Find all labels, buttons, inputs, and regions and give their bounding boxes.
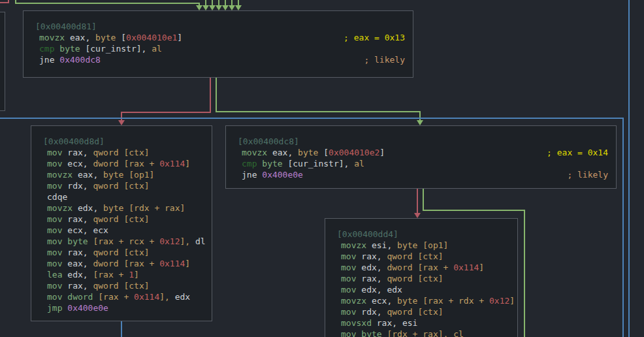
asm-line[interactable]: movzx eax, byte [0x004010e1]; eax = 0x13 <box>24 32 413 43</box>
asm-instruction: jne 0x400e0e <box>242 169 303 180</box>
asm-line[interactable]: mov byte [rax + rcx + 0x12], dl <box>31 236 212 247</box>
asm-line[interactable]: mov eax, dword [rax + 0x114] <box>31 258 212 269</box>
edge-false-0x400d81-to-0x400d8d <box>121 78 210 121</box>
asm-instruction: cdqe <box>47 191 67 202</box>
asm-instruction: mov edx, dword [rax + 0x114] <box>341 262 484 273</box>
asm-line[interactable]: mov edx, dword [rax + 0x114] <box>325 262 517 273</box>
edge-incoming-top-2-arrowhead <box>202 5 209 10</box>
edge-incoming-top-4-arrowhead <box>216 5 222 10</box>
asm-instruction: movzx edx, byte [rdx + rax] <box>47 202 185 214</box>
asm-line[interactable]: mov rax, qword [ctx] <box>31 147 212 158</box>
asm-line[interactable]: cmp byte [cur_instr], al <box>226 158 616 169</box>
asm-line[interactable]: jne 0x400dc8; likely <box>24 54 413 65</box>
asm-instruction: movzx eax, byte [0x004010e2] <box>242 147 385 158</box>
basic-block-0x00400dc8[interactable]: [0x00400dc8]movzx eax, byte [0x004010e2]… <box>225 125 617 189</box>
basic-block-0x00400d81[interactable]: [0x00400d81]movzx eax, byte [0x004010e1]… <box>23 10 413 78</box>
asm-instruction: mov rax, qword [ctx] <box>47 280 150 291</box>
asm-instruction: movsxd rax, esi <box>341 317 417 329</box>
asm-comment: ; eax = 0x13 <box>344 32 405 43</box>
asm-instruction: mov rax, qword [ctx] <box>47 247 150 258</box>
asm-line[interactable]: mov rax, qword [ctx] <box>325 273 517 284</box>
block-address-label: [0x00400dd4] <box>325 229 517 240</box>
asm-instruction: mov ecx, dword [rax + 0x114] <box>47 158 190 169</box>
asm-instruction: jne 0x400dc8 <box>39 54 101 65</box>
asm-instruction: mov rax, qword [ctx] <box>341 251 443 262</box>
block-address-label: [0x00400d81] <box>24 21 413 32</box>
asm-instruction: mov edx, edx <box>341 284 402 295</box>
edge-incoming-green-long <box>16 0 199 6</box>
asm-line[interactable]: movzx eax, byte [op1] <box>31 169 212 180</box>
asm-line[interactable]: mov rdx, qword [ctx] <box>31 180 212 191</box>
asm-instruction: mov rdx, qword [ctx] <box>341 306 443 317</box>
asm-line[interactable]: mov rax, qword [ctx] <box>325 251 517 262</box>
asm-instruction: mov rax, qword [ctx] <box>47 147 150 158</box>
asm-line[interactable]: lea edx, [rax + 1] <box>31 269 212 280</box>
asm-instruction: mov dword [rax + 0x114], edx <box>47 291 190 302</box>
asm-line[interactable]: cmp byte [cur_instr], al <box>24 43 413 54</box>
edge-incoming-top-5-arrowhead <box>222 5 229 10</box>
asm-instruction: mov rax, qword [ctx] <box>47 214 150 225</box>
asm-comment: ; eax = 0x14 <box>547 147 608 158</box>
edge-incoming-red-corner <box>0 0 8 3</box>
asm-instruction: cmp byte [cur_instr], al <box>39 43 162 54</box>
basic-block-0x00400d8d[interactable]: [0x00400d8d]mov rax, qword [ctx]mov ecx,… <box>31 125 212 321</box>
asm-instruction: mov rdx, qword [ctx] <box>47 180 150 191</box>
asm-line[interactable]: movsxd rax, esi <box>325 317 517 329</box>
asm-line[interactable]: mov rax, qword [ctx] <box>31 214 212 225</box>
asm-line[interactable]: mov rdx, qword [ctx] <box>325 306 517 317</box>
edge-true-0x400d81-to-0x400dc8 <box>216 78 420 121</box>
asm-line[interactable]: jmp 0x400e0e <box>31 302 212 313</box>
edge-true-0x400d81-to-0x400dc8-arrowhead <box>417 120 423 125</box>
asm-line[interactable]: movzx eax, byte [0x004010e2]; eax = 0x14 <box>226 147 616 158</box>
asm-instruction: lea edx, [rax + 1] <box>47 269 139 280</box>
basic-block-0x00400dd4[interactable]: [0x00400dd4]movzx esi, byte [op1]mov rax… <box>325 218 518 337</box>
asm-instruction: mov rax, qword [ctx] <box>341 273 443 284</box>
asm-line[interactable]: jne 0x400e0e; likely <box>226 169 616 180</box>
asm-line[interactable]: cdqe <box>31 191 212 202</box>
asm-line[interactable]: movzx ecx, byte [rax + rdx + 0x12] <box>325 295 517 306</box>
asm-comment: ; likely <box>364 54 405 65</box>
edge-incoming-top-6-arrowhead <box>229 5 235 10</box>
asm-instruction: cmp byte [cur_instr], al <box>242 158 364 169</box>
edge-false-0x400d81-to-0x400d8d-arrowhead <box>118 120 125 125</box>
asm-comment: ; likely <box>567 169 608 180</box>
asm-line[interactable]: mov rax, qword [ctx] <box>31 280 212 291</box>
asm-line[interactable]: movzx edx, byte [rdx + rax] <box>31 202 212 214</box>
asm-line[interactable]: mov edx, edx <box>325 284 517 295</box>
graph-canvas[interactable]: [0x00400d81]movzx eax, byte [0x004010e1]… <box>0 0 644 337</box>
asm-instruction: jmp 0x400e0e <box>47 302 108 313</box>
block-address-label: [0x00400d8d] <box>31 136 212 147</box>
asm-line[interactable]: mov dword [rax + 0x114], edx <box>31 291 212 302</box>
asm-instruction: movzx eax, byte [op1] <box>47 169 154 180</box>
basic-block-partial-offscreen-left[interactable] <box>0 12 5 111</box>
asm-instruction: movzx ecx, byte [rax + rdx + 0x12] <box>341 295 515 306</box>
asm-instruction: mov ecx, ecx <box>47 225 108 236</box>
edge-incoming-top-7-arrowhead <box>235 5 242 10</box>
asm-instruction: mov byte [rax + rcx + 0x12], dl <box>47 236 206 247</box>
asm-line[interactable]: mov rax, qword [ctx] <box>31 247 212 258</box>
asm-line[interactable]: mov byte [rdx + rax], cl <box>325 329 517 337</box>
block-address-label: [0x00400dc8] <box>226 136 616 147</box>
asm-line[interactable]: mov ecx, ecx <box>31 225 212 236</box>
asm-instruction: mov eax, dword [rax + 0x114] <box>47 258 190 269</box>
edge-incoming-green-long-arrowhead <box>196 5 202 10</box>
asm-instruction: movzx eax, byte [0x004010e1] <box>39 32 182 43</box>
asm-instruction: mov byte [rdx + rax], cl <box>341 329 464 337</box>
asm-line[interactable]: movzx esi, byte [op1] <box>325 240 517 251</box>
edge-false-0x400dc8-to-0x400dd4-arrowhead <box>414 213 421 218</box>
edge-incoming-top-3-arrowhead <box>209 5 216 10</box>
asm-instruction: movzx esi, byte [op1] <box>341 240 448 251</box>
asm-line[interactable]: mov ecx, dword [rax + 0x114] <box>31 158 212 169</box>
